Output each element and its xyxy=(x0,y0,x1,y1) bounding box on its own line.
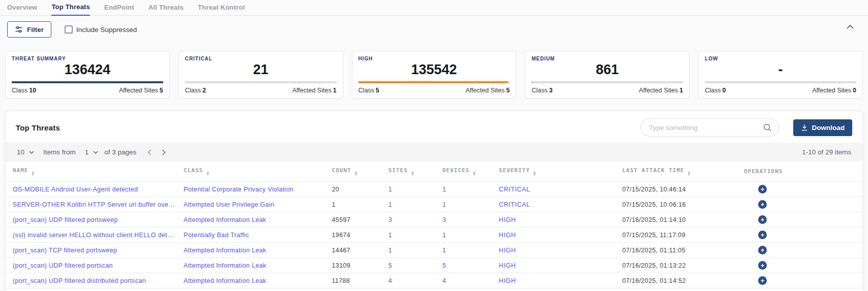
operations-cell: + xyxy=(740,258,862,273)
threat-name-link[interactable]: (ssl) invalid server HELLO without clien… xyxy=(6,228,179,243)
sites-link[interactable]: 1 xyxy=(384,228,438,243)
sort-icon: ▲▼ xyxy=(473,171,476,176)
next-page-button[interactable] xyxy=(162,149,166,155)
threat-class-link[interactable]: Attempted Information Leak xyxy=(179,243,328,258)
table-row: (port_scan) UDP filtered distributed por… xyxy=(6,273,862,288)
table-row: (port_scan) ICMP filtered sweepAttempted… xyxy=(6,288,862,291)
column-header-last_attack_time[interactable]: LAST ATTACK TIME▲▼ xyxy=(618,161,740,182)
threat-name-link[interactable]: (port_scan) TCP filtered portsweep xyxy=(6,243,179,258)
items-range-label: 1-10 of 29 items xyxy=(802,148,851,156)
last-attack-time: 07/16/2025, 01:14:10 xyxy=(618,212,740,228)
filter-button[interactable]: Filter xyxy=(7,21,51,38)
operations-cell: + xyxy=(740,197,862,212)
threat-class-link[interactable]: Potentially Bad Traffic xyxy=(179,228,328,243)
card-footer: Class2Affected Sites1 xyxy=(185,87,337,94)
expand-operations-button plus-circle-icon[interactable]: + xyxy=(758,215,767,224)
severity-link[interactable]: HIGH xyxy=(495,288,618,291)
card-class-count: Class0 xyxy=(705,87,726,94)
tab-top-threats[interactable]: Top Threats xyxy=(51,3,90,16)
card-class-count: Class5 xyxy=(358,87,379,94)
severity-link[interactable]: HIGH xyxy=(495,258,618,273)
current-page-value: 1 xyxy=(85,148,89,156)
card-affected-sites: Affected Sites0 xyxy=(812,87,856,94)
table-row: (ssl) invalid server HELLO without clien… xyxy=(6,228,862,243)
threat-name-link[interactable]: (port_scan) ICMP filtered sweep xyxy=(6,288,179,291)
operations-cell: + xyxy=(740,228,862,243)
threat-name-link[interactable]: (port_scan) UDP filtered distributed por… xyxy=(6,273,179,288)
tab-endpoint[interactable]: EndPoint xyxy=(104,4,134,15)
severity-link[interactable]: CRITICAL xyxy=(495,197,618,212)
include-suppressed-checkbox[interactable] xyxy=(65,25,73,34)
prev-page-button[interactable] xyxy=(147,149,152,155)
column-header-severity[interactable]: SEVERITY▲▼ xyxy=(495,161,618,182)
include-suppressed-label: Include Suppressed xyxy=(76,26,137,34)
items-from-label: Items from xyxy=(43,148,76,156)
sites-link[interactable]: 1 xyxy=(384,243,438,258)
threats-table: NAME▲▼CLASS▲▼COUNT▲▼SITES▲▼DEVICES▲▼SEVE… xyxy=(6,161,862,291)
table-header: Top Threats Download xyxy=(6,111,862,143)
threat-class-link[interactable]: Attempted Information Leak xyxy=(179,273,328,288)
page-select[interactable]: 1 xyxy=(85,148,99,156)
download-button[interactable]: Download xyxy=(793,119,853,136)
threat-class-link[interactable]: Potential Corporate Privacy Violation xyxy=(179,182,328,197)
column-header-devices[interactable]: DEVICES▲▼ xyxy=(438,161,495,182)
severity-progress-fill xyxy=(12,81,163,83)
card-title: CRITICAL xyxy=(185,56,337,61)
column-header-sites[interactable]: SITES▲▼ xyxy=(384,161,438,182)
column-header-count[interactable]: COUNT▲▼ xyxy=(328,161,384,182)
expand-operations-button plus-circle-icon[interactable]: + xyxy=(758,246,767,254)
card-affected-sites: Affected Sites5 xyxy=(119,87,163,94)
expand-operations-button plus-circle-icon[interactable]: + xyxy=(758,261,767,270)
column-header-class[interactable]: CLASS▲▼ xyxy=(179,161,328,182)
pagination-bar: 10 Items from 1 of 3 pages xyxy=(6,143,862,161)
operations-cell: + xyxy=(740,273,862,288)
devices-link[interactable]: 1 xyxy=(438,243,495,258)
severity-link[interactable]: HIGH xyxy=(495,273,618,288)
expand-operations-button plus-circle-icon[interactable]: + xyxy=(758,200,767,209)
table-row: (port_scan) UDP filtered portsweepAttemp… xyxy=(6,212,862,228)
severity-link[interactable]: HIGH xyxy=(495,243,618,258)
threat-class-link[interactable]: Attempted Information Leak xyxy=(179,212,328,228)
devices-link[interactable]: 1 xyxy=(438,182,495,197)
sites-link[interactable]: 1 xyxy=(384,197,438,212)
filter-button-label: Filter xyxy=(27,26,44,34)
threat-class-link[interactable]: Attempted Information Leak xyxy=(179,288,328,291)
page-size-select[interactable]: 10 xyxy=(17,148,34,156)
include-suppressed-control[interactable]: Include Suppressed xyxy=(65,25,137,34)
tab-overview[interactable]: Overview xyxy=(7,4,37,15)
search-input[interactable] xyxy=(641,118,779,137)
card-class-count: Class2 xyxy=(185,87,206,94)
sites-link[interactable]: 2 xyxy=(384,288,438,291)
threat-class-link[interactable]: Attempted Information Leak xyxy=(179,258,328,273)
severity-link[interactable]: CRITICAL xyxy=(495,182,618,197)
devices-link[interactable]: 2 xyxy=(438,288,495,291)
threat-name-link[interactable]: OS-MOBILE Android User-Agent detected xyxy=(6,182,179,197)
sites-link[interactable]: 4 xyxy=(384,273,438,288)
devices-link[interactable]: 3 xyxy=(438,212,495,228)
severity-link[interactable]: HIGH xyxy=(495,228,618,243)
search-icon[interactable] xyxy=(763,123,772,134)
summary-card-high: HIGH135542Class5Affected Sites5 xyxy=(352,51,517,99)
last-attack-time: 07/16/2025, 01:13:22 xyxy=(618,258,740,273)
top-threats-table-card: Top Threats Download 10 Items xyxy=(5,111,863,291)
devices-link[interactable]: 4 xyxy=(438,273,495,288)
tab-all-threats[interactable]: All Threats xyxy=(148,4,184,15)
severity-link[interactable]: HIGH xyxy=(495,212,618,228)
sites-link[interactable]: 5 xyxy=(384,258,438,273)
threat-name-link[interactable]: (port_scan) UDP filtered portscan xyxy=(6,258,179,273)
collapse-panel-button[interactable] xyxy=(847,25,854,29)
devices-link[interactable]: 5 xyxy=(438,258,495,273)
sites-link[interactable]: 1 xyxy=(384,182,438,197)
threat-class-link[interactable]: Attempted User Privilege Gain xyxy=(179,197,328,212)
expand-operations-button plus-circle-icon[interactable]: + xyxy=(758,231,767,239)
count-value: 45597 xyxy=(328,212,384,228)
expand-operations-button plus-circle-icon[interactable]: + xyxy=(758,276,767,285)
tab-threat-kontrol[interactable]: Threat Kontrol xyxy=(198,4,245,15)
expand-operations-button plus-circle-icon[interactable]: + xyxy=(758,185,767,193)
column-header-name[interactable]: NAME▲▼ xyxy=(6,161,179,182)
threat-name-link[interactable]: SERVER-OTHER Kolibri HTTP Server uri buf… xyxy=(6,197,179,212)
devices-link[interactable]: 1 xyxy=(438,228,495,243)
sites-link[interactable]: 3 xyxy=(384,212,438,228)
devices-link[interactable]: 1 xyxy=(438,197,495,212)
threat-name-link[interactable]: (port_scan) UDP filtered portsweep xyxy=(6,212,179,228)
